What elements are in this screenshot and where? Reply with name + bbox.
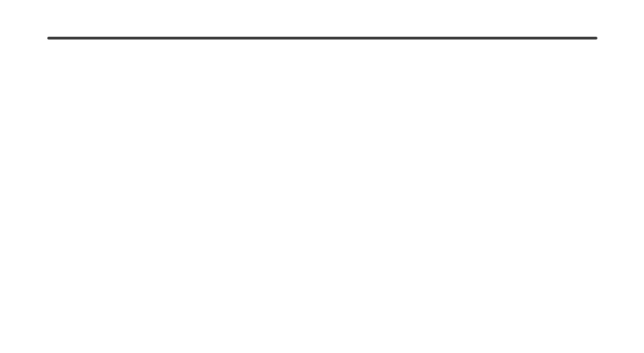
program-structure-table [47, 37, 597, 40]
